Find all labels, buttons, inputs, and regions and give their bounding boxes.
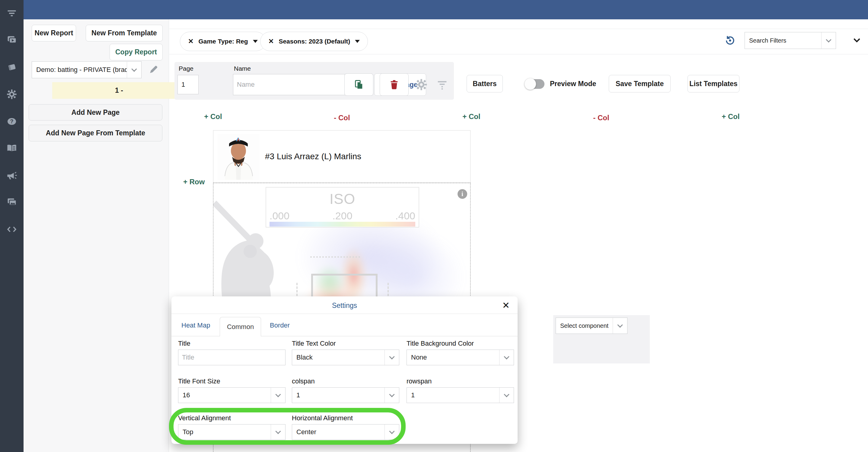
horizontal-alignment-label: Horizontal Alignment xyxy=(292,414,353,422)
book-icon[interactable] xyxy=(6,143,17,154)
remove-filter-icon[interactable]: ✕ xyxy=(188,37,193,45)
title-font-size-select[interactable]: 16 xyxy=(178,387,285,403)
filter-bar: ✕ Game Type: Reg ✕ Seasons: 2023 (Defaul… xyxy=(169,29,868,54)
title-input[interactable]: Title xyxy=(178,349,285,365)
remove-filter-icon[interactable]: ✕ xyxy=(268,37,274,45)
add-col-link[interactable]: + Col xyxy=(722,112,739,121)
report-select-value: Demo: batting - PRIVATE (brad... xyxy=(32,66,127,74)
svg-text:?: ? xyxy=(10,118,13,124)
duplicate-page-button[interactable] xyxy=(344,74,373,96)
chevron-down-icon xyxy=(127,62,141,78)
collapse-chevron-icon[interactable] xyxy=(852,36,861,45)
title-background-color-select[interactable]: None xyxy=(406,349,514,365)
title-font-size-label: Title Font Size xyxy=(178,377,220,385)
divider xyxy=(172,314,518,314)
modal-title: Settings xyxy=(172,302,518,310)
rowspan-select[interactable]: 1 xyxy=(406,387,514,403)
copy-icon xyxy=(353,79,364,90)
rowspan-label: rowspan xyxy=(406,377,432,385)
page-toolbar: Page 1 Name Name Save Page xyxy=(175,62,454,100)
app-sidebar: ? xyxy=(0,0,24,452)
list-templates-button[interactable]: List Templates xyxy=(687,75,739,92)
add-new-page-button[interactable]: Add New Page xyxy=(29,104,162,120)
filter-chip-game-type[interactable]: ✕ Game Type: Reg xyxy=(180,32,266,51)
search-filters-placeholder: Search Filters xyxy=(745,37,821,44)
filter-chip-seasons[interactable]: ✕ Seasons: 2023 (Default) xyxy=(260,32,368,51)
edit-pencil-icon[interactable] xyxy=(149,64,159,74)
vertical-alignment-select[interactable]: Top xyxy=(178,424,285,440)
tab-heat-map[interactable]: Heat Map xyxy=(181,321,210,329)
colspan-label: colspan xyxy=(292,377,315,385)
new-from-template-button[interactable]: New From Template xyxy=(86,25,163,41)
tab-common[interactable]: Common xyxy=(220,317,261,336)
chevron-down-icon xyxy=(271,388,285,403)
chevron-down-icon xyxy=(499,388,514,403)
page-list-item-selected[interactable]: 1 - xyxy=(52,82,186,99)
legend-gradient-bar xyxy=(270,222,415,227)
horizontal-alignment-select[interactable]: Center xyxy=(292,424,399,440)
page-filter-icon[interactable] xyxy=(436,79,448,90)
add-col-link[interactable]: + Col xyxy=(462,112,480,121)
name-label: Name xyxy=(234,65,251,72)
trash-icon xyxy=(389,80,399,90)
chevron-down-icon xyxy=(613,318,627,334)
heatmap-title: ISO xyxy=(266,191,418,207)
cards-icon[interactable] xyxy=(6,62,17,73)
colspan-select[interactable]: 1 xyxy=(292,387,399,403)
chevron-down-icon xyxy=(821,32,836,49)
add-row-link[interactable]: + Row xyxy=(183,178,205,186)
gear-icon[interactable] xyxy=(6,89,17,100)
legend-tick-max: .400 xyxy=(395,210,415,222)
chevron-down-icon xyxy=(384,424,399,440)
image-library-icon[interactable] xyxy=(6,197,17,207)
player-header-card[interactable]: #3 Luis Arraez (L) Marlins xyxy=(213,130,470,183)
filter-chip-label: Seasons: 2023 (Default) xyxy=(279,38,350,45)
settings-modal: Settings ✕ Heat Map Common Border Title … xyxy=(172,296,518,444)
add-new-page-from-template-button[interactable]: Add New Page From Template xyxy=(29,125,162,141)
new-report-button[interactable]: New Report xyxy=(32,25,76,41)
empty-component-cell: Select component xyxy=(553,315,650,364)
player-photo xyxy=(218,134,259,180)
remove-col-link[interactable]: - Col xyxy=(593,114,609,122)
menu-filter-icon[interactable] xyxy=(6,8,17,19)
title-label: Title xyxy=(178,340,190,347)
chevron-down-icon xyxy=(499,350,514,365)
title-text-color-label: Title Text Color xyxy=(292,340,336,347)
page-settings-gear-icon[interactable] xyxy=(415,78,428,91)
preview-mode-toggle[interactable] xyxy=(526,79,545,89)
chevron-down-icon xyxy=(271,424,285,440)
report-select[interactable]: Demo: batting - PRIVATE (brad... xyxy=(32,61,142,78)
report-panel: New Report New From Template Copy Report… xyxy=(24,19,169,452)
tab-border[interactable]: Border xyxy=(270,321,290,329)
search-filters-select[interactable]: Search Filters xyxy=(745,32,836,49)
history-icon[interactable] xyxy=(724,35,736,46)
copy-report-button[interactable]: Copy Report xyxy=(110,44,163,60)
chevron-down-icon xyxy=(384,388,399,403)
chevron-down-icon xyxy=(384,350,399,365)
batters-button[interactable]: Batters xyxy=(467,75,503,92)
save-template-button[interactable]: Save Template xyxy=(609,75,671,92)
chevron-down-icon xyxy=(355,40,360,43)
page-label: Page xyxy=(179,65,193,72)
close-icon[interactable]: ✕ xyxy=(502,300,510,311)
top-bar xyxy=(24,0,868,19)
player-name: #3 Luis Arraez (L) Marlins xyxy=(265,152,361,161)
title-text-color-select[interactable]: Black xyxy=(292,349,399,365)
help-icon[interactable]: ? xyxy=(6,116,17,127)
add-col-link[interactable]: + Col xyxy=(204,112,222,121)
toggle-knob xyxy=(525,78,536,90)
title-background-color-label: Title Background Color xyxy=(406,340,474,347)
page-number-input[interactable]: 1 xyxy=(178,75,198,94)
legend-tick-mid: .200 xyxy=(332,210,352,222)
select-component-dropdown[interactable]: Select component xyxy=(556,317,627,334)
info-icon[interactable]: i xyxy=(458,189,467,199)
remove-col-link[interactable]: - Col xyxy=(334,114,350,122)
video-library-icon[interactable] xyxy=(6,34,17,45)
megaphone-icon[interactable] xyxy=(6,170,17,181)
legend-tick-min: .000 xyxy=(270,210,289,222)
delete-page-button[interactable] xyxy=(380,74,409,96)
code-icon[interactable] xyxy=(6,224,17,235)
chevron-down-icon xyxy=(253,40,258,43)
select-component-placeholder: Select component xyxy=(556,322,613,329)
vertical-alignment-label: Vertical Alignment xyxy=(178,414,231,422)
